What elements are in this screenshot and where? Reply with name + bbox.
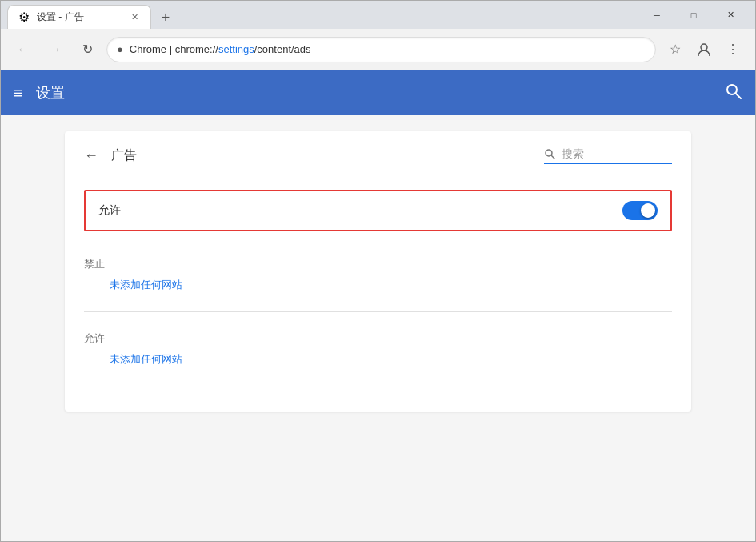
ads-page: ← 广告 允许	[65, 131, 691, 412]
browser-window: ⚙ 设置 - 广告 ✕ + ─ □ ✕ ← → ↻ ● Chrome | chr…	[0, 0, 756, 542]
settings-main: ← 广告 允许	[1, 115, 755, 541]
title-bar: ⚙ 设置 - 广告 ✕ + ─ □ ✕	[1, 1, 755, 29]
svg-line-2	[736, 93, 742, 98]
settings-title: 设置	[36, 83, 712, 102]
reload-button[interactable]: ↻	[74, 37, 100, 62]
back-button[interactable]: ←	[10, 37, 36, 62]
settings-content: ← 广告 允许	[1, 115, 755, 541]
site-name: Chrome	[130, 43, 166, 55]
allow-section-label: 允许	[84, 331, 672, 346]
block-section: 禁止 未添加任何网站	[65, 244, 691, 305]
address-input[interactable]: ● Chrome | chrome://settings/content/ads	[106, 37, 656, 62]
allow-section: 允许 未添加任何网站	[65, 319, 691, 379]
page-search-icon	[544, 148, 555, 159]
address-right-icons: ☆ ⋮	[662, 37, 746, 62]
account-button[interactable]	[691, 37, 717, 62]
active-tab[interactable]: ⚙ 设置 - 广告 ✕	[7, 5, 151, 29]
allow-toggle-label: 允许	[98, 203, 622, 218]
tab-title: 设置 - 广告	[37, 10, 122, 24]
new-tab-button[interactable]: +	[154, 6, 177, 29]
allow-toggle[interactable]	[622, 201, 658, 220]
ads-page-title: 广告	[111, 147, 531, 164]
allow-toggle-section: 允许	[84, 190, 672, 231]
svg-point-0	[701, 44, 707, 50]
site-secure-icon: ●	[117, 43, 123, 55]
back-to-content-button[interactable]: ←	[84, 147, 98, 164]
tab-close-button[interactable]: ✕	[128, 11, 141, 24]
search-icon	[725, 82, 742, 100]
forward-button[interactable]: →	[42, 37, 68, 62]
hamburger-menu-icon[interactable]: ≡	[14, 84, 23, 102]
block-section-label: 禁止	[84, 257, 672, 271]
bookmark-button[interactable]: ☆	[662, 37, 688, 62]
address-bar: ← → ↻ ● Chrome | chrome://settings/conte…	[1, 29, 755, 70]
section-divider	[84, 311, 672, 312]
toggle-track[interactable]	[622, 201, 658, 220]
svg-line-4	[551, 155, 554, 159]
page-header: ← 广告	[65, 131, 691, 177]
address-url-text: Chrome | chrome://settings/content/ads	[130, 43, 646, 55]
tab-favicon-icon: ⚙	[18, 11, 30, 24]
toggle-thumb	[641, 203, 655, 218]
window-controls: ─ □ ✕	[638, 1, 749, 29]
menu-button[interactable]: ⋮	[720, 37, 746, 62]
page-search-row	[544, 147, 672, 164]
restore-button[interactable]: □	[675, 1, 712, 29]
page-search-input[interactable]	[562, 147, 666, 160]
allow-empty-text: 未添加任何网站	[110, 352, 672, 367]
minimize-button[interactable]: ─	[638, 1, 675, 29]
close-button[interactable]: ✕	[712, 1, 749, 29]
settings-header: ≡ 设置	[1, 70, 755, 115]
header-search-icon[interactable]	[725, 82, 742, 104]
tab-strip: ⚙ 设置 - 广告 ✕ +	[7, 1, 638, 29]
block-empty-text: 未添加任何网站	[110, 278, 672, 292]
account-icon	[696, 42, 712, 58]
